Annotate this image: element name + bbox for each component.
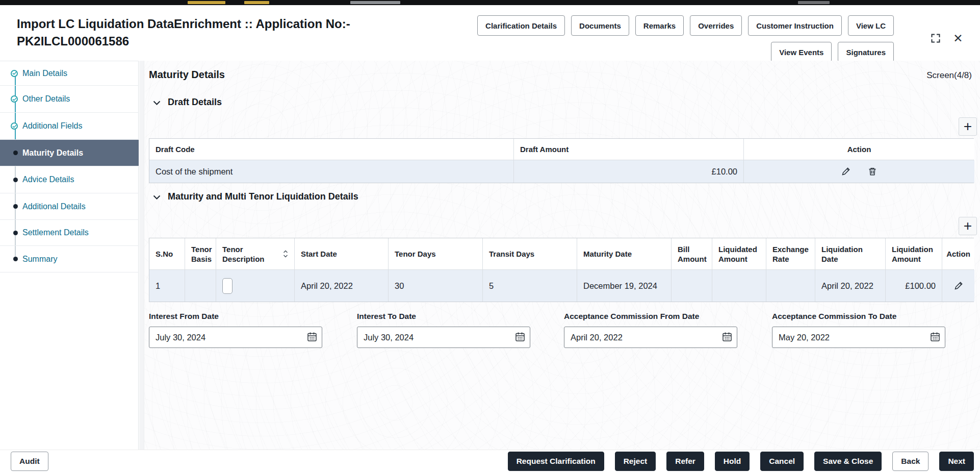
stepper-sidebar: Main Details Other Details Additional Fi… bbox=[0, 61, 139, 450]
edit-tenor-button[interactable] bbox=[953, 281, 964, 291]
reject-button[interactable]: Reject bbox=[615, 452, 656, 471]
sidebar-item-label: Main Details bbox=[22, 69, 67, 78]
tenor-description-cell bbox=[216, 270, 295, 302]
sno-cell: 1 bbox=[149, 270, 185, 302]
acceptance-commission-from-date-label: Acceptance Commission From Date bbox=[564, 312, 737, 321]
sidebar-item-maturity-details[interactable]: Maturity Details bbox=[0, 140, 139, 166]
column-header-draft-amount: Draft Amount bbox=[514, 139, 744, 160]
column-header-tenor-basis: Tenor Basis bbox=[185, 238, 216, 269]
view-lc-button[interactable]: View LC bbox=[848, 15, 894, 36]
draft-table-row: Cost of the shipment £10.00 bbox=[149, 160, 973, 183]
close-icon[interactable]: ✕ bbox=[951, 32, 965, 45]
tenor-table-header-row: S.No Tenor Basis Tenor Description Start… bbox=[149, 238, 973, 270]
exchange-rate-cell bbox=[766, 270, 815, 302]
next-button[interactable]: Next bbox=[939, 452, 974, 471]
sidebar-item-summary[interactable]: Summary bbox=[0, 246, 139, 272]
sidebar-item-other-details[interactable]: Other Details bbox=[0, 86, 139, 113]
column-header-liquidation-amount: Liquidation Amount bbox=[886, 238, 942, 269]
interest-from-date-group: Interest From Date bbox=[149, 312, 322, 348]
step-check-icon bbox=[11, 122, 22, 130]
sidebar-item-main-details[interactable]: Main Details bbox=[0, 61, 139, 86]
cancel-button[interactable]: Cancel bbox=[760, 452, 804, 471]
expand-icon[interactable] bbox=[929, 32, 942, 45]
signatures-button[interactable]: Signatures bbox=[838, 42, 894, 62]
interest-to-date-input[interactable] bbox=[357, 327, 530, 348]
sort-icon[interactable] bbox=[283, 250, 288, 258]
screen-title: Maturity Details bbox=[149, 69, 225, 81]
calendar-icon[interactable] bbox=[306, 331, 318, 344]
draft-amount-cell: £10.00 bbox=[514, 160, 744, 183]
column-header-maturity-date: Maturity Date bbox=[577, 238, 672, 269]
calendar-icon[interactable] bbox=[721, 331, 733, 344]
acceptance-commission-from-date-input[interactable] bbox=[564, 327, 737, 348]
footer-actions: Request Clarification Reject Refer Hold … bbox=[508, 452, 974, 471]
bill-amount-cell bbox=[672, 270, 712, 302]
calendar-icon[interactable] bbox=[930, 331, 941, 344]
refer-button[interactable]: Refer bbox=[666, 452, 704, 471]
customer-instruction-button[interactable]: Customer Instruction bbox=[748, 15, 842, 36]
maturity-date-cell: December 19, 2024 bbox=[577, 270, 672, 302]
chevron-down-icon bbox=[153, 192, 161, 202]
desktop-artifact bbox=[244, 1, 269, 4]
column-header-action: Action bbox=[744, 139, 974, 160]
overrides-button[interactable]: Overrides bbox=[690, 15, 742, 36]
back-button[interactable]: Back bbox=[892, 452, 929, 471]
acceptance-commission-to-date-group: Acceptance Commission To Date bbox=[772, 312, 945, 348]
sidebar-item-additional-details[interactable]: Additional Details bbox=[0, 193, 139, 220]
draft-details-section-toggle[interactable]: Draft Details bbox=[153, 97, 222, 108]
sidebar-item-label: Maturity Details bbox=[22, 148, 83, 158]
column-header-start-date: Start Date bbox=[295, 238, 389, 269]
clarification-details-button[interactable]: Clarification Details bbox=[477, 15, 565, 36]
add-draft-button[interactable]: + bbox=[959, 117, 977, 136]
sidebar-item-additional-fields[interactable]: Additional Fields bbox=[0, 113, 139, 140]
liquidation-date-cell: April 20, 2022 bbox=[815, 270, 886, 302]
sidebar-item-label: Additional Fields bbox=[22, 121, 82, 131]
column-header-transit-days: Transit Days bbox=[483, 238, 577, 269]
liquidated-amount-cell bbox=[712, 270, 766, 302]
maturity-tenor-section-toggle[interactable]: Maturity and Multi Tenor Liquidation Det… bbox=[153, 191, 358, 202]
sidebar-item-label: Additional Details bbox=[22, 202, 86, 211]
liquidation-amount-cell: £100.00 bbox=[886, 270, 942, 302]
main-content: Maturity Details Screen(4/8) Draft Detai… bbox=[144, 61, 980, 450]
save-close-button[interactable]: Save & Close bbox=[814, 452, 882, 471]
edit-draft-button[interactable] bbox=[841, 166, 851, 177]
documents-button[interactable]: Documents bbox=[571, 15, 629, 36]
header-toolbar-row1: Clarification Details Documents Remarks … bbox=[477, 15, 894, 36]
heading-line1: Import LC Liquidation DataEnrichment :: … bbox=[17, 17, 350, 31]
section-title: Draft Details bbox=[168, 97, 222, 108]
sidebar-item-label: Other Details bbox=[22, 94, 70, 104]
step-check-icon bbox=[11, 70, 22, 77]
audit-button[interactable]: Audit bbox=[11, 452, 48, 471]
draft-details-table: Draft Code Draft Amount Action Cost of t… bbox=[149, 138, 974, 183]
pencil-icon bbox=[953, 281, 964, 291]
column-header-draft-code: Draft Code bbox=[149, 139, 514, 160]
acceptance-commission-to-date-input[interactable] bbox=[772, 327, 945, 348]
step-dot-icon bbox=[11, 231, 22, 235]
hold-button[interactable]: Hold bbox=[715, 452, 750, 471]
calendar-icon[interactable] bbox=[514, 331, 526, 344]
draft-code-cell: Cost of the shipment bbox=[149, 160, 514, 183]
view-events-button[interactable]: View Events bbox=[771, 42, 832, 62]
column-header-tenor-days: Tenor Days bbox=[389, 238, 483, 269]
draft-action-cell bbox=[744, 160, 974, 183]
desktop-strip bbox=[0, 0, 980, 5]
header-toolbar-row2: View Events Signatures bbox=[771, 42, 894, 62]
remarks-button[interactable]: Remarks bbox=[635, 15, 684, 36]
tenor-days-cell: 30 bbox=[389, 270, 483, 302]
pencil-icon bbox=[841, 166, 851, 177]
heading-line2: PK2ILCL000061586 bbox=[17, 34, 129, 48]
column-header-tenor-description: Tenor Description bbox=[216, 238, 295, 269]
request-clarification-button[interactable]: Request Clarification bbox=[508, 452, 604, 471]
section-title: Maturity and Multi Tenor Liquidation Det… bbox=[168, 191, 358, 202]
import-lc-liquidation-window: Import LC Liquidation DataEnrichment :: … bbox=[0, 0, 980, 472]
sidebar-scrollbar[interactable] bbox=[139, 61, 144, 450]
interest-from-date-input[interactable] bbox=[149, 327, 322, 348]
sidebar-item-label: Settlement Details bbox=[22, 228, 89, 237]
delete-draft-button[interactable] bbox=[867, 166, 878, 177]
chevron-down-icon bbox=[153, 98, 161, 107]
sidebar-item-settlement-details[interactable]: Settlement Details bbox=[0, 220, 139, 246]
tenor-description-input[interactable] bbox=[222, 278, 233, 294]
interest-to-date-label: Interest To Date bbox=[357, 312, 530, 321]
add-tenor-button[interactable]: + bbox=[959, 217, 977, 235]
sidebar-item-advice-details[interactable]: Advice Details bbox=[0, 166, 139, 193]
